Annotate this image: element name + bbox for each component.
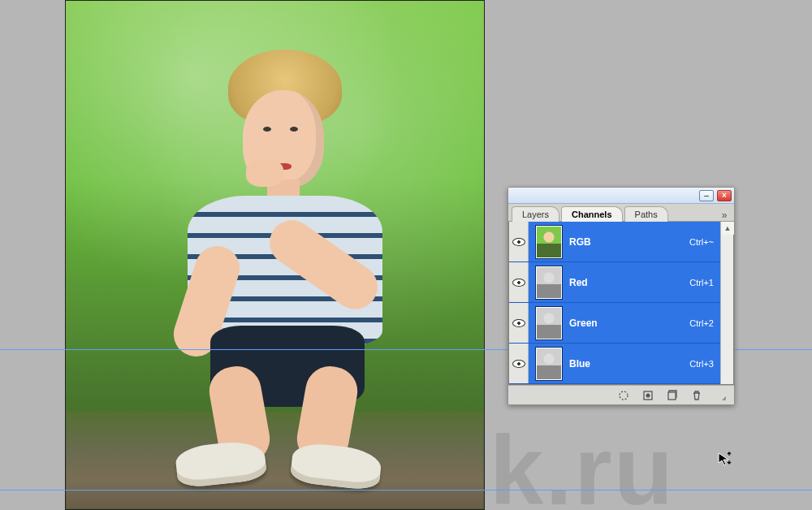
tab-label: Paths xyxy=(635,210,658,219)
minimize-button[interactable]: – xyxy=(699,190,714,201)
tab-layers[interactable]: Layers xyxy=(512,206,559,222)
panel-footer xyxy=(508,385,734,404)
channel-name: RGB xyxy=(569,236,591,248)
workspace: fotourok.ru – × Layers Channels xyxy=(0,0,812,510)
visibility-toggle[interactable] xyxy=(509,344,529,383)
chevron-right-icon: » xyxy=(722,210,728,221)
channel-shortcut: Ctrl+2 xyxy=(689,318,714,328)
panel-tabs: Layers Channels Paths » xyxy=(508,204,734,222)
channel-name: Blue xyxy=(569,358,590,370)
new-channel-icon[interactable] xyxy=(666,389,679,402)
channel-thumbnail xyxy=(535,266,563,300)
tab-paths[interactable]: Paths xyxy=(624,206,668,222)
svg-point-0 xyxy=(620,391,628,400)
channel-shortcut: Ctrl+3 xyxy=(689,359,714,369)
svg-rect-3 xyxy=(668,392,676,400)
eye-icon xyxy=(512,238,525,246)
channel-name: Green xyxy=(569,318,598,329)
channels-panel: – × Layers Channels Paths » RGB Ctrl+~ R… xyxy=(508,187,735,405)
panel-grip-icon[interactable] xyxy=(715,389,728,402)
channel-thumbnail xyxy=(535,225,563,259)
close-icon: × xyxy=(722,192,727,200)
photo-subject-boy xyxy=(139,41,415,496)
visibility-toggle[interactable] xyxy=(509,222,529,261)
load-selection-icon[interactable] xyxy=(617,389,630,402)
eye-icon xyxy=(512,319,525,327)
channel-row-blue[interactable]: Blue Ctrl+3 xyxy=(509,344,733,384)
channel-thumbnail xyxy=(535,306,563,340)
scrollbar[interactable]: ▲ xyxy=(720,222,733,384)
visibility-toggle[interactable] xyxy=(509,303,529,343)
tab-label: Layers xyxy=(522,210,549,219)
channel-row-rgb[interactable]: RGB Ctrl+~ xyxy=(509,222,733,262)
eye-icon xyxy=(512,360,525,368)
close-button[interactable]: × xyxy=(717,190,732,201)
visibility-toggle[interactable] xyxy=(509,262,529,302)
document-canvas[interactable] xyxy=(65,0,485,510)
channel-shortcut: Ctrl+~ xyxy=(689,237,714,247)
channel-row-green[interactable]: Green Ctrl+2 xyxy=(509,303,733,344)
eye-icon xyxy=(512,279,525,287)
save-selection-icon[interactable] xyxy=(641,389,654,402)
minimize-icon: – xyxy=(704,192,709,200)
tab-channels[interactable]: Channels xyxy=(561,206,623,222)
panel-menu-button[interactable]: » xyxy=(718,210,731,221)
panel-titlebar[interactable]: – × xyxy=(508,188,734,204)
scroll-up-icon[interactable]: ▲ xyxy=(721,222,734,235)
channel-shortcut: Ctrl+1 xyxy=(689,278,714,287)
svg-point-2 xyxy=(646,393,650,397)
channel-name: Red xyxy=(569,277,588,288)
delete-channel-icon[interactable] xyxy=(690,389,703,402)
move-cursor-icon xyxy=(717,452,735,469)
channels-list: RGB Ctrl+~ Red Ctrl+1 Green Ctrl+2 Blue … xyxy=(508,222,734,385)
tab-label: Channels xyxy=(572,210,612,219)
channel-thumbnail xyxy=(535,347,563,381)
channel-row-red[interactable]: Red Ctrl+1 xyxy=(509,262,733,303)
